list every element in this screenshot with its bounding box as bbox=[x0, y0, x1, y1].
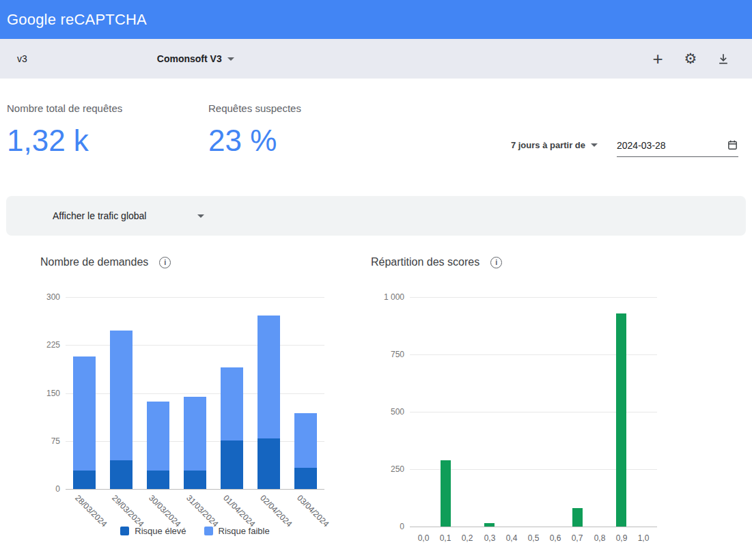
legend-item: Risque faible bbox=[204, 526, 270, 536]
x-tick-label: 03/04/2024 bbox=[295, 493, 331, 529]
charts-section: Nombre de demandes i 07515022530028/03/2… bbox=[0, 236, 752, 560]
x-tick-label: 0,3 bbox=[484, 533, 496, 543]
stacked-bar-segment bbox=[73, 471, 96, 489]
y-tick-label: 750 bbox=[374, 350, 404, 359]
range-selector[interactable]: 7 jours à partir de bbox=[511, 140, 598, 157]
date-input[interactable]: 2024-03-28 bbox=[617, 139, 738, 157]
score-bar bbox=[572, 508, 583, 527]
stacked-bar-segment bbox=[257, 316, 280, 438]
app-header: Google reCAPTCHA bbox=[0, 0, 752, 39]
gear-icon: ⚙ bbox=[684, 52, 697, 66]
stacked-bar-segment bbox=[294, 468, 317, 489]
legend-label: Risque élevé bbox=[135, 526, 186, 536]
gridline bbox=[66, 345, 324, 346]
scores-chart-plot: 02505007501 0000,00,10,20,30,40,50,60,70… bbox=[410, 297, 657, 527]
traffic-filter-panel: Afficher le trafic global bbox=[6, 196, 746, 236]
stacked-bar-segment bbox=[147, 471, 169, 489]
download-icon bbox=[716, 52, 730, 66]
suspect-requests-label: Requêtes suspectes bbox=[208, 102, 301, 114]
score-bar bbox=[484, 523, 495, 527]
project-toolbar: v3 Comonsoft V3 + ⚙ bbox=[0, 39, 752, 79]
chevron-down-icon bbox=[227, 57, 234, 61]
stacked-bar-segment bbox=[110, 460, 133, 489]
total-requests-label: Nombre total de requêtes bbox=[7, 102, 122, 114]
x-tick-label: 01/04/2024 bbox=[221, 493, 257, 529]
chevron-down-icon bbox=[591, 143, 598, 147]
gridline bbox=[66, 393, 324, 394]
suspect-requests-value: 23 % bbox=[208, 124, 301, 158]
x-tick-label: 1,0 bbox=[638, 533, 650, 543]
plus-icon: + bbox=[652, 50, 663, 68]
x-tick-label: 29/03/2024 bbox=[110, 493, 145, 529]
x-tick-label: 02/04/2024 bbox=[258, 493, 294, 529]
y-tick-label: 1 000 bbox=[374, 292, 404, 302]
x-tick-label: 31/03/2024 bbox=[184, 493, 220, 529]
y-tick-label: 0 bbox=[374, 522, 404, 531]
stacked-bar-segment bbox=[147, 402, 169, 471]
requests-chart-header: Nombre de demandes i bbox=[40, 256, 171, 268]
x-tick-label: 28/03/2024 bbox=[73, 493, 109, 529]
requests-chart-title: Nombre de demandes bbox=[40, 256, 148, 268]
x-tick-label: 0,4 bbox=[506, 533, 518, 543]
x-tick-label: 0,6 bbox=[550, 533, 561, 543]
score-bar bbox=[441, 460, 451, 527]
x-tick-label: 0,7 bbox=[572, 533, 583, 543]
x-tick-label: 0,2 bbox=[462, 533, 473, 543]
stacked-bar-segment bbox=[184, 471, 206, 489]
stacked-bar-segment bbox=[184, 397, 206, 471]
legend-swatch bbox=[120, 527, 129, 535]
chevron-down-icon[interactable] bbox=[197, 214, 204, 218]
x-tick-label: 0,1 bbox=[440, 533, 451, 543]
y-tick-label: 500 bbox=[374, 407, 404, 417]
suspect-requests-stat: Requêtes suspectes 23 % bbox=[208, 102, 301, 158]
gridline bbox=[410, 297, 657, 298]
y-tick-label: 150 bbox=[30, 389, 60, 398]
info-icon[interactable]: i bbox=[159, 257, 171, 268]
date-value: 2024-03-28 bbox=[617, 140, 666, 151]
stacked-bar-segment bbox=[294, 413, 317, 468]
requests-chart-legend: Risque élevéRisque faible bbox=[66, 526, 324, 536]
stacked-bar-segment bbox=[221, 440, 243, 489]
x-tick-label: 0,5 bbox=[528, 533, 540, 543]
y-tick-label: 250 bbox=[374, 464, 404, 474]
legend-label: Risque faible bbox=[219, 526, 270, 536]
add-key-button[interactable]: + bbox=[644, 45, 671, 72]
x-tick-label: 0,9 bbox=[616, 533, 628, 543]
gridline bbox=[410, 527, 657, 527]
total-requests-stat: Nombre total de requêtes 1,32 k bbox=[7, 102, 122, 158]
range-label: 7 jours à partir de bbox=[511, 140, 585, 150]
traffic-filter-label: Afficher le trafic global bbox=[53, 210, 146, 221]
total-requests-value: 1,32 k bbox=[7, 124, 122, 158]
stacked-bar-segment bbox=[221, 367, 243, 440]
download-button[interactable] bbox=[710, 45, 737, 72]
score-bar bbox=[616, 313, 626, 527]
y-tick-label: 300 bbox=[30, 292, 60, 302]
y-tick-label: 225 bbox=[30, 340, 60, 350]
legend-swatch bbox=[204, 527, 213, 535]
y-tick-label: 0 bbox=[30, 484, 60, 494]
gridline bbox=[66, 489, 324, 490]
x-tick-label: 30/03/2024 bbox=[147, 493, 182, 529]
y-tick-label: 75 bbox=[30, 436, 60, 446]
x-tick-label: 0,0 bbox=[418, 533, 430, 543]
settings-button[interactable]: ⚙ bbox=[677, 45, 704, 72]
legend-item: Risque élevé bbox=[120, 526, 186, 536]
gridline bbox=[66, 297, 324, 298]
calendar-icon[interactable] bbox=[727, 139, 738, 151]
scores-chart-header: Répartition des scores i bbox=[371, 256, 502, 268]
requests-chart-plot: 07515022530028/03/202429/03/202430/03/20… bbox=[66, 297, 324, 489]
stacked-bar-segment bbox=[110, 331, 133, 460]
scores-chart-title: Répartition des scores bbox=[371, 256, 479, 268]
x-tick-label: 0,8 bbox=[594, 533, 606, 543]
stacked-bar-segment bbox=[257, 438, 280, 489]
stacked-bar-segment bbox=[73, 356, 96, 471]
info-icon[interactable]: i bbox=[490, 257, 502, 268]
project-name: Comonsoft V3 bbox=[157, 53, 222, 64]
date-controls: 7 jours à partir de 2024-03-28 bbox=[511, 139, 738, 157]
project-selector[interactable]: Comonsoft V3 bbox=[157, 53, 234, 64]
app-title: Google reCAPTCHA bbox=[0, 11, 147, 29]
version-label: v3 bbox=[17, 53, 27, 64]
